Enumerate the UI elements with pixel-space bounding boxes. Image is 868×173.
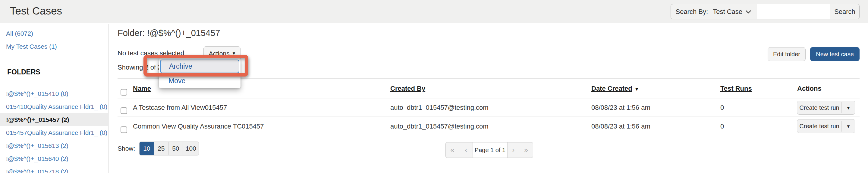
case-name: Common View Quality Assurance TC015457 [133,117,264,136]
page-size-50[interactable]: 50 [168,142,183,155]
menu-item-move[interactable]: Move [160,77,185,85]
edit-folder-button[interactable]: Edit folder [768,47,806,61]
prev-page-button[interactable]: ‹ [459,143,473,157]
first-page-button[interactable]: « [446,143,459,157]
sidebar-item-folder[interactable]: !@$%^()+_015640 (2) [0,152,108,165]
sidebar-item-folder-selected[interactable]: !@$%^()+_015457 (2) [0,113,108,126]
row-checkbox[interactable] [121,107,127,114]
folders-heading: FOLDERS [0,66,108,79]
search-type-value: Test Case [713,8,742,16]
app-header: Test Cases Search By: Test Case Search [0,0,868,23]
actions-button-label: Actions [209,50,230,57]
caret-down-icon: ▾ [233,51,236,56]
show-label: Show: [118,145,135,152]
folder-list: !@$%^()+_015410 (0) 015410Quality Assura… [0,87,108,173]
column-header-date-created[interactable]: Date Created▼ [591,79,639,99]
menu-item-archive[interactable]: Archive [160,59,239,73]
case-created-by: auto_dbtr1_015457@testing.com [390,99,489,117]
table-row: A Testcase from All View015457 auto_dbtr… [118,99,860,117]
case-created-by: auto_dbtr1_015457@testing.com [390,117,489,136]
page-title: Test Cases [10,5,62,17]
row-checkbox[interactable] [121,126,127,133]
search-input[interactable] [757,4,830,19]
pagination: « ‹ Page 1 of 1 › » [445,142,533,158]
search-bar: Search By: Test Case Search [671,4,860,19]
chevron-down-icon [745,10,751,14]
sidebar-item-my-test-cases[interactable]: My Test Cases (1) [0,40,108,53]
column-header-test-runs[interactable]: Test Runs [720,79,752,98]
showing-count: Showing 2 of 2 [118,64,161,71]
sidebar-item-folder[interactable]: 015410Quality Assurance Fldr1_ (0) [0,100,108,113]
new-test-case-button[interactable]: New test case [810,47,860,61]
page-indicator: Page 1 of 1 [473,143,507,157]
select-all-checkbox[interactable] [121,89,127,96]
table-row: Common View Quality Assurance TC015457 a… [118,117,860,136]
column-header-created-by[interactable]: Created By [390,79,425,98]
case-test-runs: 0 [720,99,724,117]
main-content: Folder: !@$%^()+_015457 No test cases se… [108,24,868,173]
page-size-10[interactable]: 10 [140,142,154,155]
search-by-label: Search By: [676,8,708,16]
sidebar-item-folder[interactable]: !@$%^()+_015410 (0) [0,87,108,100]
case-name: A Testcase from All View015457 [133,99,227,117]
column-header-name[interactable]: Name [133,79,151,98]
actions-menu: Archive Move [159,58,241,88]
page-size-bar: Show: 10 25 50 100 [118,142,199,155]
selection-status: No test cases selected [118,49,184,57]
last-page-button[interactable]: » [519,143,533,157]
case-date-created: 08/08/23 at 1:56 am [591,117,650,136]
folder-title: Folder: !@$%^()+_015457 [118,28,220,38]
case-date-created: 08/08/23 at 1:56 am [591,99,650,117]
search-button[interactable]: Search [830,4,859,19]
create-test-run-button[interactable]: Create test run ▼ [797,101,855,115]
caret-down-icon[interactable]: ▼ [842,101,855,114]
sort-desc-icon: ▼ [635,87,639,92]
sidebar-item-folder[interactable]: !@$%^()+_015613 (2) [0,139,108,152]
search-type-dropdown[interactable]: Test Case [713,8,751,16]
page-size-25[interactable]: 25 [154,142,168,155]
create-test-run-button[interactable]: Create test run ▼ [797,119,855,133]
caret-down-icon[interactable]: ▼ [842,120,855,133]
sidebar-item-folder[interactable]: 015457Quality Assurance Fldr1_ (0) [0,126,108,139]
case-test-runs: 0 [720,117,724,136]
sidebar-item-all[interactable]: All (6072) [0,27,108,40]
sidebar: All (6072) My Test Cases (1) FOLDERS !@$… [0,24,108,173]
page-size-100[interactable]: 100 [183,142,198,155]
sidebar-item-folder[interactable]: !@$%^()+_015718 (2) [0,165,108,173]
next-page-button[interactable]: › [507,143,519,157]
column-header-actions: Actions [797,79,822,98]
